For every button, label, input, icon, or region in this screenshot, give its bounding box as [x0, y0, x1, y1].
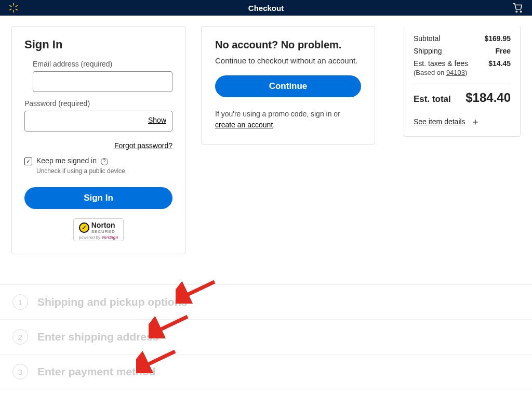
email-label: Email address (required)	[24, 60, 172, 68]
svg-point-7	[520, 11, 521, 12]
checkout-steps: 1 Shipping and pickup options 2 Enter sh…	[0, 284, 532, 389]
step-number: 2	[12, 329, 28, 345]
forgot-password-link[interactable]: Forgot password?	[114, 141, 172, 150]
main-content: Sign In Email address (required) Passwor…	[0, 16, 532, 254]
step-payment-method: 3 Enter payment method	[0, 354, 532, 389]
footer: © 2018 Walmart Inc. Leave feedback	[0, 389, 532, 393]
plus-icon[interactable]: ＋	[471, 115, 480, 128]
promo-text: If you're using a promo code, sign in or…	[215, 109, 361, 130]
shipping-value: Free	[495, 47, 511, 55]
svg-line-13	[142, 351, 175, 367]
step-shipping-address: 2 Enter shipping address	[0, 319, 532, 354]
svg-rect-5	[9, 5, 12, 7]
step-label: Shipping and pickup options	[37, 296, 187, 308]
continue-button[interactable]: Continue	[215, 75, 361, 97]
signin-button[interactable]: Sign In	[24, 187, 172, 209]
tax-value: $14.45	[488, 59, 511, 68]
annotation-arrow-icon	[176, 278, 217, 304]
subtotal-value: $169.95	[484, 34, 511, 43]
signin-card: Sign In Email address (required) Passwor…	[11, 26, 185, 254]
step-number: 3	[12, 364, 28, 379]
svg-rect-0	[13, 3, 14, 6]
step-label: Enter shipping address	[37, 331, 158, 343]
step-shipping-options: 1 Shipping and pickup options	[0, 284, 532, 319]
help-icon[interactable]: ?	[101, 158, 108, 165]
svg-rect-3	[9, 8, 12, 10]
svg-rect-2	[15, 5, 18, 7]
password-label: Password (required)	[24, 99, 172, 108]
header: Checkout	[0, 0, 532, 16]
guest-title: No account? No problem.	[215, 39, 361, 51]
cart-icon[interactable]	[512, 2, 524, 16]
tax-label: Est. taxes & fees	[414, 59, 468, 68]
signin-title: Sign In	[24, 38, 172, 51]
svg-line-9	[182, 282, 215, 297]
zip-link[interactable]: 94103	[446, 69, 465, 76]
step-number: 1	[12, 294, 28, 310]
keep-signed-in-sublabel: Uncheck if using a public device.	[36, 167, 172, 175]
email-field[interactable]	[33, 71, 172, 92]
see-item-details-link[interactable]: See item details	[414, 117, 466, 126]
est-total-label: Est. total	[414, 94, 451, 104]
create-account-link[interactable]: create an account	[215, 121, 273, 129]
svg-point-6	[516, 11, 517, 12]
walmart-spark-icon	[8, 3, 19, 13]
tax-basedon: (Based on 94103)	[414, 69, 511, 76]
svg-line-11	[155, 317, 188, 332]
norton-badge: ✓ Norton SECURED powered by VeriSign	[24, 218, 172, 241]
show-password-button[interactable]: Show	[148, 116, 166, 124]
norton-check-icon: ✓	[79, 222, 89, 233]
svg-rect-4	[15, 8, 18, 10]
subtotal-label: Subtotal	[414, 34, 440, 43]
page-title: Checkout	[248, 4, 284, 12]
svg-rect-1	[13, 10, 14, 12]
annotation-arrow-icon	[136, 347, 178, 373]
keep-signed-in-label: Keep me signed in ?	[36, 156, 108, 165]
guest-subtitle: Continue to checkout without an account.	[215, 56, 361, 65]
guest-card: No account? No problem. Continue to chec…	[201, 26, 375, 145]
est-total-value: $184.40	[466, 90, 511, 105]
annotation-arrow-icon	[149, 312, 190, 338]
keep-signed-in-checkbox[interactable]: ✓	[24, 158, 32, 165]
shipping-label: Shipping	[414, 47, 442, 55]
order-summary-card: Subtotal $169.95 Shipping Free Est. taxe…	[404, 26, 521, 137]
